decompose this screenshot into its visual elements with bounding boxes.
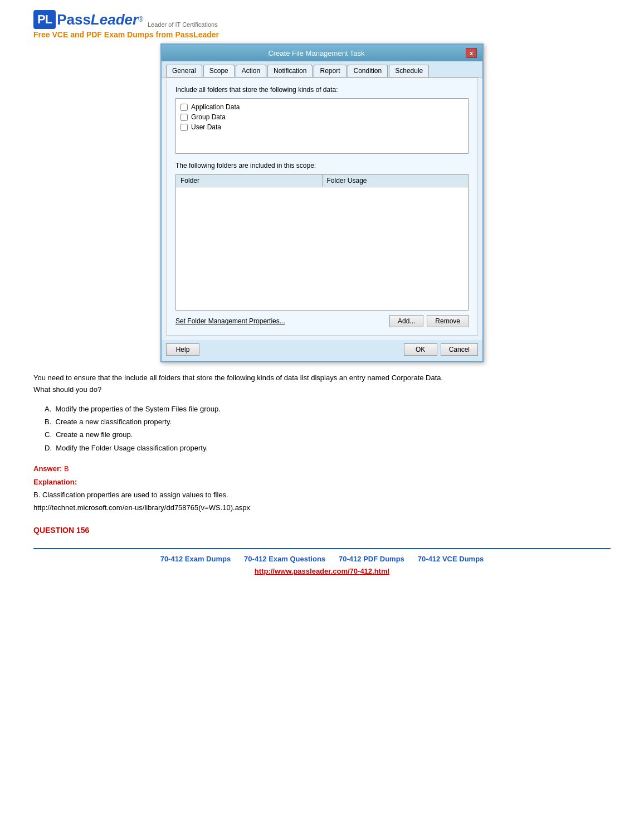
answer-value: B: [64, 464, 69, 473]
tabs-row: General Scope Action Notification Report…: [162, 61, 482, 77]
logo-pass: Pass: [57, 11, 91, 28]
footer-link-exam-dumps[interactable]: 70-412 Exam Dumps: [160, 555, 231, 563]
col-folder-usage: Folder Usage: [323, 174, 469, 187]
explanation-label: Explanation:: [33, 478, 77, 486]
cancel-button[interactable]: Cancel: [441, 343, 478, 356]
footer-url-row: http://www.passleader.com/70-412.html: [33, 566, 611, 575]
main-content: Create File Management Task x General Sc…: [0, 43, 644, 575]
dialog-title: Create File Management Task: [167, 49, 466, 57]
options-list: A. Modify the properties of the System F…: [33, 403, 611, 455]
dialog-titlebar: Create File Management Task x: [162, 45, 482, 61]
logo-leader: Leader: [91, 11, 138, 28]
page-footer: 70-412 Exam Dumps 70-412 Exam Questions …: [33, 548, 611, 575]
action-buttons: Add... Remove: [389, 315, 469, 327]
checkbox-user-data-input[interactable]: [180, 124, 188, 131]
folder-table: Folder Folder Usage: [175, 174, 469, 311]
remove-button[interactable]: Remove: [427, 315, 469, 327]
answer-section: Answer: B Explanation: B. Classification…: [33, 462, 611, 515]
dialog-body: Include all folders that store the follo…: [166, 77, 478, 336]
checkbox-group-data-input[interactable]: [180, 114, 188, 121]
logo-sub: Leader of IT Certifications: [148, 21, 218, 28]
ok-button[interactable]: OK: [404, 343, 437, 356]
option-b: B. Create a new classification property.: [45, 415, 611, 428]
logo-reg: ®: [138, 16, 143, 23]
header-tagline: Free VCE and PDF Exam Dumps from PassLea…: [33, 30, 219, 39]
folder-table-body: [176, 187, 468, 310]
tab-scope[interactable]: Scope: [203, 65, 235, 77]
tab-general[interactable]: General: [166, 65, 202, 77]
col-folder: Folder: [176, 174, 323, 187]
footer-link-pdf-dumps[interactable]: 70-412 PDF Dumps: [339, 555, 404, 563]
tab-condition[interactable]: Condition: [348, 65, 388, 77]
dialog-close-button[interactable]: x: [466, 48, 477, 58]
ok-cancel-group: OK Cancel: [404, 343, 478, 356]
page-header: PL PassLeader® Leader of IT Certificatio…: [0, 0, 644, 43]
logo-row: PL PassLeader® Leader of IT Certificatio…: [33, 10, 218, 29]
checkbox-application-data[interactable]: Application Data: [180, 103, 464, 111]
explanation-text: B. Classification properties are used to…: [33, 491, 250, 512]
help-button[interactable]: Help: [166, 343, 199, 356]
tab-schedule[interactable]: Schedule: [389, 65, 429, 77]
folder-table-header: Folder Folder Usage: [176, 174, 468, 187]
folder-actions: Set Folder Management Properties... Add.…: [175, 315, 469, 327]
add-button[interactable]: Add...: [389, 315, 423, 327]
option-c: C. Create a new file group.: [45, 428, 611, 441]
footer-links-row: 70-412 Exam Dumps 70-412 Exam Questions …: [33, 555, 611, 563]
include-label: Include all folders that store the follo…: [175, 86, 469, 94]
question-text: You need to ensure that the Include all …: [33, 372, 611, 396]
dialog-footer: Help OK Cancel: [162, 340, 482, 361]
option-a: A. Modify the properties of the System F…: [45, 403, 611, 415]
tab-action[interactable]: Action: [236, 65, 266, 77]
tab-report[interactable]: Report: [314, 65, 346, 77]
footer-link-exam-questions[interactable]: 70-412 Exam Questions: [244, 555, 325, 563]
footer-link-vce-dumps[interactable]: 70-412 VCE Dumps: [418, 555, 484, 563]
dialog-window: Create File Management Task x General Sc…: [160, 43, 484, 362]
next-question-number: QUESTION 156: [33, 526, 611, 535]
checkbox-group-data[interactable]: Group Data: [180, 113, 464, 121]
checkbox-list: Application Data Group Data User Data: [175, 98, 469, 154]
footer-url-link[interactable]: http://www.passleader.com/70-412.html: [255, 567, 389, 575]
folders-label: The following folders are included in th…: [175, 162, 469, 169]
answer-label: Answer:: [33, 464, 62, 473]
tagline-text: Free VCE and PDF Exam Dumps from PassLea…: [33, 30, 219, 39]
option-d: D. Modify the Folder Usage classificatio…: [45, 442, 611, 454]
checkbox-application-data-input[interactable]: [180, 104, 188, 111]
tab-notification[interactable]: Notification: [267, 65, 313, 77]
set-properties-button[interactable]: Set Folder Management Properties...: [175, 317, 285, 325]
logo-pl-box: PL: [33, 10, 56, 29]
checkbox-user-data[interactable]: User Data: [180, 123, 464, 131]
